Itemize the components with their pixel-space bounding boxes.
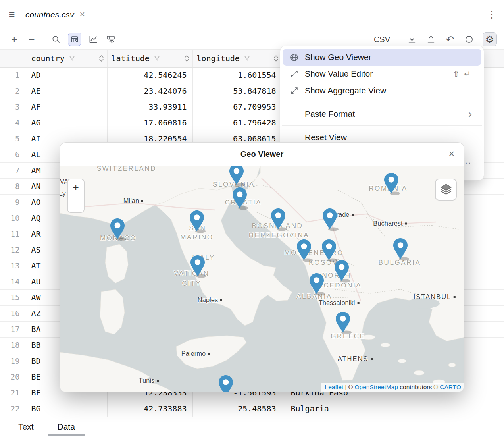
add-row-button[interactable]: + — [9, 34, 20, 45]
map-pin-greece[interactable] — [334, 311, 352, 334]
row-number[interactable]: 8 — [0, 178, 27, 194]
cell-longitude[interactable]: 25.48583 — [192, 401, 282, 417]
close-tab-icon[interactable]: × — [80, 9, 85, 20]
map-pin-san-marino[interactable] — [188, 209, 206, 233]
row-number[interactable]: 19 — [0, 353, 27, 369]
row-number[interactable]: 13 — [0, 258, 27, 274]
cell-longitude[interactable]: 53.847818 — [192, 83, 282, 99]
file-tab[interactable]: countries.csv × — [25, 9, 85, 20]
close-dialog-icon[interactable]: × — [448, 148, 454, 160]
cell-latitude[interactable]: 17.060816 — [107, 115, 192, 131]
submenu-chevron-icon: › — [468, 110, 472, 118]
openstreetmap-link[interactable]: OpenStreetMap — [355, 384, 398, 390]
tab-text[interactable]: Text — [17, 417, 35, 436]
row-number[interactable]: 2 — [0, 83, 27, 99]
carto-link[interactable]: CARTO — [440, 384, 461, 390]
format-selector[interactable]: CSV — [374, 35, 390, 44]
row-number[interactable]: 22 — [0, 401, 27, 417]
row-number[interactable]: 17 — [0, 321, 27, 337]
export-icon[interactable] — [425, 34, 437, 45]
leaflet-link[interactable]: Leaflet — [325, 384, 344, 390]
cell-latitude[interactable]: 33.93911 — [107, 99, 192, 115]
row-number[interactable]: 14 — [0, 274, 27, 289]
map-pin-malta[interactable] — [217, 374, 235, 392]
menu-item-show-aggregate-view[interactable]: Show Aggregate View — [283, 82, 481, 99]
map-pin-romania[interactable] — [382, 172, 400, 195]
map-pin-montenegro[interactable] — [295, 238, 313, 262]
row-number[interactable]: 7 — [0, 162, 27, 178]
cell-country[interactable]: AG — [27, 115, 107, 131]
row-number[interactable]: 4 — [0, 115, 27, 131]
undo-icon[interactable]: ↶ — [444, 34, 456, 45]
toolbar-divider — [398, 35, 398, 44]
sort-icon[interactable] — [99, 55, 104, 62]
map-pin-north-macedonia[interactable] — [333, 259, 351, 283]
column-name: latitude — [112, 54, 150, 63]
import-icon[interactable] — [406, 34, 417, 45]
cell-latitude[interactable]: 42.733883 — [107, 401, 192, 417]
column-header-latitude[interactable]: latitude — [107, 50, 192, 67]
sort-icon[interactable] — [184, 55, 189, 62]
menu-item-show-geo-viewer[interactable]: Show Geo Viewer — [283, 49, 481, 66]
map-pin-albania[interactable] — [308, 272, 326, 296]
search-icon[interactable] — [50, 34, 62, 45]
filter-icon[interactable] — [244, 55, 250, 61]
row-number[interactable]: 9 — [0, 194, 27, 210]
cell-longitude[interactable]: 67.709953 — [192, 99, 282, 115]
row-number[interactable]: 15 — [0, 289, 27, 305]
hamburger-menu-icon[interactable]: ≡ — [9, 8, 22, 21]
zoom-out-button[interactable]: − — [68, 196, 84, 212]
geo-viewer-titlebar[interactable]: Geo Viewer × — [60, 143, 464, 166]
more-options-icon[interactable]: ⋮ — [487, 9, 497, 20]
cell-latitude[interactable]: 42.546245 — [107, 67, 192, 83]
row-number[interactable]: 18 — [0, 337, 27, 353]
delete-row-button[interactable]: − — [26, 34, 37, 45]
chart-icon[interactable] — [88, 34, 99, 45]
filter-rows-icon[interactable] — [68, 33, 81, 46]
map-pin-croatia[interactable] — [231, 186, 249, 210]
corner-cell[interactable] — [0, 50, 27, 67]
column-header-longitude[interactable]: longitude — [192, 50, 282, 67]
row-number[interactable]: 3 — [0, 99, 27, 115]
tab-data[interactable]: Data — [56, 417, 77, 436]
row-number[interactable]: 1 — [0, 67, 27, 83]
row-number[interactable]: 21 — [0, 385, 27, 401]
row-number[interactable]: 10 — [0, 210, 27, 226]
circle-icon[interactable] — [464, 34, 475, 45]
sort-icon[interactable] — [273, 55, 279, 62]
cell-country[interactable]: BG — [27, 401, 107, 417]
map-label: Milan — [123, 197, 143, 204]
cell-name[interactable]: Bulgaria — [282, 401, 504, 417]
layers-control[interactable] — [435, 179, 457, 201]
cell-country[interactable]: AD — [27, 67, 107, 83]
filter-icon[interactable] — [69, 55, 75, 61]
row-number[interactable]: 11 — [0, 226, 27, 242]
row-number[interactable]: 6 — [0, 147, 27, 162]
map-pin-rome[interactable] — [189, 254, 207, 278]
menu-item-paste-format[interactable]: Paste Format › — [283, 106, 481, 122]
map-pin-serbia[interactable] — [321, 207, 339, 231]
cell-country[interactable]: AF — [27, 99, 107, 115]
table-view-icon[interactable] — [105, 34, 116, 45]
map-label: Palermo — [181, 350, 210, 357]
row-number[interactable]: 5 — [0, 131, 27, 147]
menu-item-show-value-editor[interactable]: Show Value Editor ⇧ ↵ — [283, 66, 481, 82]
map-pin-monaco[interactable] — [108, 217, 127, 241]
row-number[interactable]: 12 — [0, 242, 27, 258]
gear-icon[interactable]: ⚙ — [483, 32, 497, 46]
row-number[interactable]: 16 — [0, 305, 27, 321]
column-header-country[interactable]: country — [27, 50, 107, 67]
map-pin-slovenia[interactable] — [227, 166, 246, 187]
filter-icon[interactable] — [154, 55, 160, 61]
zoom-in-button[interactable]: + — [68, 179, 84, 196]
map-pin-bosnia[interactable] — [269, 207, 287, 231]
cell-country[interactable]: AE — [27, 83, 107, 99]
map-pin-kosovo[interactable] — [320, 238, 338, 262]
row-number[interactable]: 20 — [0, 369, 27, 385]
leaflet-map[interactable]: SWITZERLANDSLOVENIACROATIAMilanMONACOSAN… — [60, 166, 464, 392]
map-label: Ly — [60, 190, 65, 197]
cell-longitude[interactable]: -61.796428 — [192, 115, 282, 131]
cell-latitude[interactable]: 23.424076 — [107, 83, 192, 99]
map-pin-bulgaria[interactable] — [391, 237, 410, 261]
cell-longitude[interactable]: 1.601554 — [192, 67, 282, 83]
